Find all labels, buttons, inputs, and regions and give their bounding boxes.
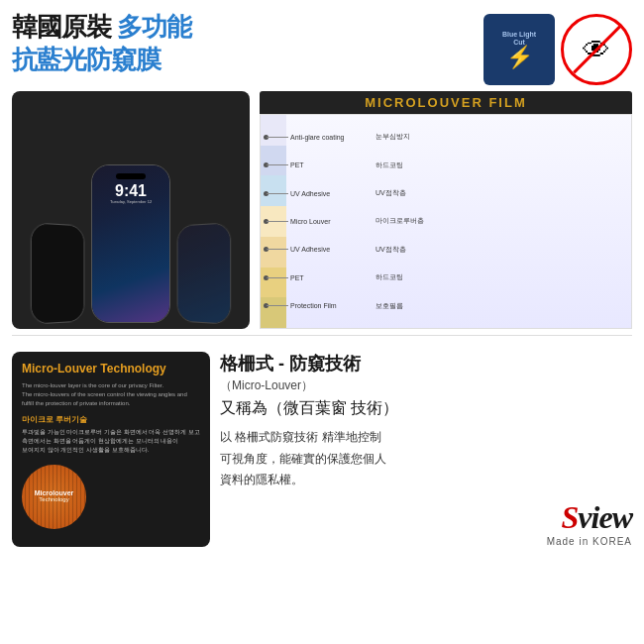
blue-light-badge: Blue Light Cut ⚡ xyxy=(483,14,555,85)
film-en-7: Protection Film xyxy=(290,302,370,309)
film-en-5: UV Adhesive xyxy=(290,246,370,253)
phone-date: Tuesday, September 12 xyxy=(110,199,152,204)
film-en-6: PET xyxy=(290,274,370,281)
film-kr-7: 보호필름 xyxy=(376,301,403,311)
film-layer-2: PET 하드코팅 xyxy=(290,161,625,170)
sview-s: S xyxy=(562,499,579,535)
phone-left xyxy=(31,222,85,324)
tech-title-bold: Micro-Louver Technology xyxy=(22,362,166,376)
sview-tagline: Made in KOREA xyxy=(220,536,632,547)
divider xyxy=(12,335,632,336)
film-kr-1: 눈부심방지 xyxy=(376,132,410,142)
film-kr-4: 마이크로루버층 xyxy=(376,216,424,226)
tech-box-desc: The micro-louver layer is the core of ou… xyxy=(22,381,200,408)
film-band-1 xyxy=(261,115,286,146)
phone-right xyxy=(177,222,232,324)
film-line-7 xyxy=(267,305,288,306)
film-line-3 xyxy=(267,193,288,194)
film-title-bar: MICROLOUVER FILM xyxy=(260,91,632,114)
phones-area: 9:41 Tuesday, September 12 xyxy=(12,91,250,329)
film-layer-7: Protection Film 보호필름 xyxy=(290,301,625,311)
sview-rest: view xyxy=(578,499,632,535)
phone-notch xyxy=(116,173,146,179)
phone-center: 9:41 Tuesday, September 12 xyxy=(91,164,170,323)
film-diagram: Anti-glare coating 눈부심방지 PET 하드코팅 UV Adh… xyxy=(260,114,632,329)
film-en-3: UV Adhesive xyxy=(290,190,370,197)
film-band-2 xyxy=(261,146,286,176)
blue-light-icon: ⚡ xyxy=(506,47,533,68)
film-en-1: Anti-glare coating xyxy=(290,134,370,141)
film-line-2 xyxy=(267,164,288,165)
header-section: 韓國原裝 多功能 抗藍光防窺膜 Blue Light Cut ⚡ 👁 xyxy=(0,0,644,91)
sview-logo: Sview Made in KOREA xyxy=(220,499,632,547)
right-title2: （Micro-Louver） xyxy=(220,377,632,394)
right-text-block: 格柵式 - 防窺技術 （Micro-Louver） 又稱為（微百葉窗 技術） 以… xyxy=(220,352,632,547)
phone-time: 9:41 xyxy=(115,183,147,199)
title-line1: 韓國原裝 多功能 xyxy=(12,10,476,45)
film-kr-6: 하드코팅 xyxy=(376,272,403,282)
film-kr-3: UV점착층 xyxy=(376,188,406,198)
middle-section: 9:41 Tuesday, September 12 MICROLOUVER F… xyxy=(0,91,644,329)
right-desc: 以 格柵式防窺技術 精準地控制 可視角度，能確實的保護您個人 資料的隱私權。 xyxy=(220,427,632,491)
tech-box: Micro-Louver Technology The micro-louver… xyxy=(12,352,210,547)
bottom-section: Micro-Louver Technology The micro-louver… xyxy=(0,344,644,555)
logo-circle-text1: Microlouver xyxy=(35,489,74,496)
right-title3: 又稱為（微百葉窗 技術） xyxy=(220,398,632,419)
badges-area: Blue Light Cut ⚡ 👁 xyxy=(483,14,632,85)
film-en-4: Micro Louver xyxy=(290,218,370,225)
film-layer-4: Micro Louver 마이크로루버층 xyxy=(290,216,625,226)
film-band-7 xyxy=(261,297,286,328)
film-en-2: PET xyxy=(290,161,370,168)
title-korean-blue: 多功能 xyxy=(117,10,191,45)
right-title1: 格柵式 - 防窺技術 xyxy=(220,352,632,376)
no-spy-icon: 👁 xyxy=(583,34,610,66)
film-diagram-area: MICROLOUVER FILM Anti-glare coating 눈부심방… xyxy=(260,91,632,329)
sview-brand: Sview xyxy=(220,499,632,536)
film-layer-1: Anti-glare coating 눈부심방지 xyxy=(290,132,625,142)
microlouver-logo-circle: Microlouver Technology xyxy=(22,465,86,529)
film-layer-3: UV Adhesive UV점착층 xyxy=(290,188,625,198)
film-layer-5: UV Adhesive UV점착층 xyxy=(290,245,625,255)
tech-box-title: Micro-Louver Technology xyxy=(22,362,200,377)
film-kr-5: UV점착층 xyxy=(376,245,406,255)
film-line-5 xyxy=(267,249,288,250)
film-kr-2: 하드코팅 xyxy=(376,161,403,170)
logo-circle-text2: Technology xyxy=(39,496,68,504)
title-block: 韓國原裝 多功能 抗藍光防窺膜 xyxy=(12,10,476,75)
film-layer-6: PET 하드코팅 xyxy=(290,272,625,282)
tech-korean-title: 마이크로 루버기술 xyxy=(22,414,200,425)
film-line-1 xyxy=(267,137,288,138)
no-spy-badge: 👁 xyxy=(561,14,632,85)
film-line-6 xyxy=(267,277,288,278)
film-band-6 xyxy=(261,268,286,298)
film-line-4 xyxy=(267,221,288,222)
film-band-5 xyxy=(261,237,286,268)
phone-screen-center: 9:41 Tuesday, September 12 xyxy=(92,165,169,322)
phone-screen-dark xyxy=(32,223,84,323)
phone-screen-right xyxy=(178,223,231,323)
title-korean-main: 韓國原裝 xyxy=(12,10,111,45)
title-line2: 抗藍光防窺膜 xyxy=(12,45,476,75)
tech-korean-desc: 투과빛을 가능인 마이크로루버 기술은 화면에서 더욱 선명하게 보고 측면에서… xyxy=(22,428,200,455)
